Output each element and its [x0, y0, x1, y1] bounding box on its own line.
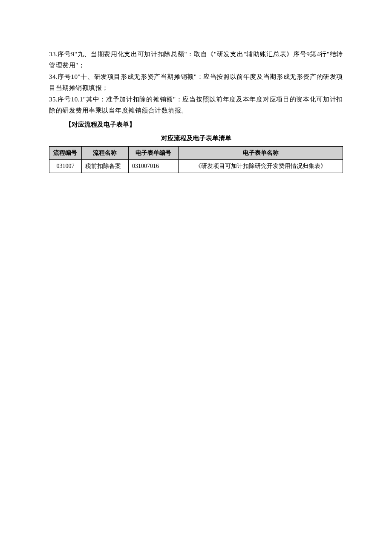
paragraph-34: 34.序号10"十、研发项目形成无形资产当期摊销额"：应当按照以前年度及当期形成… — [49, 72, 343, 93]
cell-form-number: 031007016 — [129, 159, 179, 173]
table-header-row: 流程编号 流程名称 电子表单编号 电子表单名称 — [49, 147, 343, 160]
header-form-number: 电子表单编号 — [129, 147, 179, 160]
paragraph-35: 35.序号10.1"其中：准予加计扣除的摊销额"：应当按照以前年度及本年度对应项… — [49, 94, 343, 116]
cell-process-number: 031007 — [49, 159, 82, 173]
cell-process-name: 税前扣除备案 — [81, 159, 128, 173]
header-process-name: 流程名称 — [81, 147, 128, 160]
section-header: 【对应流程及电子表单】 — [49, 119, 343, 130]
cell-form-name: 《研发项目可加计扣除研究开发费用情况归集表》 — [179, 159, 343, 173]
paragraph-33: 33.序号9"九、当期费用化支出可加计扣除总额"：取自《"研发支出"辅助账汇总表… — [49, 49, 343, 71]
process-form-table: 流程编号 流程名称 电子表单编号 电子表单名称 031007 税前扣除备案 03… — [49, 146, 343, 173]
table-title: 对应流程及电子表单清单 — [49, 133, 343, 144]
header-form-name: 电子表单名称 — [179, 147, 343, 160]
header-process-number: 流程编号 — [49, 147, 82, 160]
table-row: 031007 税前扣除备案 031007016 《研发项目可加计扣除研究开发费用… — [49, 159, 343, 173]
